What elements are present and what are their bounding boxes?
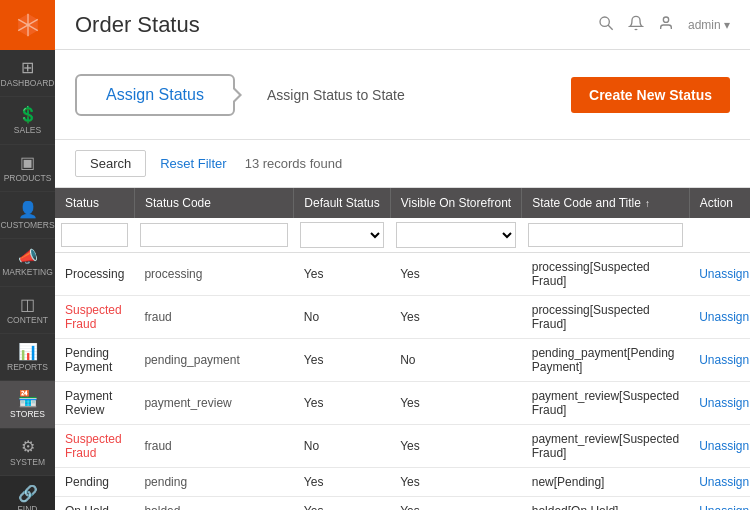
action-bar: Assign Status Assign Status to State Cre… bbox=[55, 50, 750, 140]
admin-link[interactable]: admin ▾ bbox=[688, 18, 730, 32]
order-status-table: Status Status Code Default Status Visibl… bbox=[55, 188, 750, 510]
col-state-code-title[interactable]: State Code and Title ↑ bbox=[522, 188, 689, 218]
filter-state-code-input[interactable] bbox=[528, 223, 683, 247]
filter-visible-storefront-cell: Yes No bbox=[390, 218, 522, 253]
cell-state-code-title: processing[Suspected Fraud] bbox=[522, 253, 689, 296]
assign-status-tooltip: Assign Status bbox=[75, 74, 235, 116]
bell-icon[interactable] bbox=[628, 15, 644, 35]
cell-action: Unassign bbox=[689, 339, 750, 382]
customers-icon: 👤 bbox=[18, 200, 38, 219]
cell-status-code: processing bbox=[134, 253, 293, 296]
col-action: Action bbox=[689, 188, 750, 218]
partners-icon: 🔗 bbox=[18, 484, 38, 503]
cell-visible-storefront: Yes bbox=[390, 296, 522, 339]
cell-status: Processing bbox=[55, 253, 134, 296]
stores-icon: 🏪 bbox=[18, 389, 38, 408]
sidebar-item-find-partners[interactable]: 🔗 FIND PARTNERS & EXTENSIONS bbox=[0, 476, 55, 510]
search-button[interactable]: Search bbox=[75, 150, 146, 177]
cell-default-status: No bbox=[294, 425, 390, 468]
cell-status-code: payment_review bbox=[134, 382, 293, 425]
sidebar-item-sales[interactable]: 💲 SALES bbox=[0, 97, 55, 144]
svg-point-0 bbox=[600, 17, 609, 26]
cell-status: Suspected Fraud bbox=[55, 296, 134, 339]
sort-arrow-icon: ↑ bbox=[645, 198, 650, 209]
cell-status-code: holded bbox=[134, 497, 293, 511]
sidebar-item-content[interactable]: ◫ CONTENT bbox=[0, 287, 55, 334]
cell-action: Unassign bbox=[689, 425, 750, 468]
assign-status-to-state-label: Assign Status to State bbox=[267, 87, 405, 103]
sidebar-item-label: STORES bbox=[10, 410, 45, 419]
sales-icon: 💲 bbox=[18, 105, 38, 124]
sidebar-item-system[interactable]: ⚙ SYSTEM bbox=[0, 429, 55, 476]
cell-action: Unassign bbox=[689, 296, 750, 339]
reports-icon: 📊 bbox=[18, 342, 38, 361]
create-new-status-button[interactable]: Create New Status bbox=[571, 77, 730, 113]
cell-state-code-title: payment_review[Suspected Fraud] bbox=[522, 425, 689, 468]
filter-status-code-cell bbox=[134, 218, 293, 253]
table-header-row: Status Status Code Default Status Visibl… bbox=[55, 188, 750, 218]
col-status: Status bbox=[55, 188, 134, 218]
cell-action: Unassign bbox=[689, 497, 750, 511]
sidebar-logo[interactable] bbox=[0, 0, 55, 50]
cell-default-status: Yes bbox=[294, 382, 390, 425]
filter-status-code-input[interactable] bbox=[140, 223, 287, 247]
filter-default-status-select[interactable]: Yes No bbox=[300, 222, 384, 248]
sidebar-item-dashboard[interactable]: ⊞ DASHBOARD bbox=[0, 50, 55, 97]
search-icon[interactable] bbox=[598, 15, 614, 35]
table-filter-row: Yes No Yes No bbox=[55, 218, 750, 253]
unassign-link[interactable]: Unassign bbox=[699, 267, 749, 281]
table-row: Suspected Fraud fraud No Yes payment_rev… bbox=[55, 425, 750, 468]
cell-visible-storefront: No bbox=[390, 339, 522, 382]
cell-visible-storefront: Yes bbox=[390, 468, 522, 497]
svg-line-1 bbox=[608, 25, 613, 30]
products-icon: ▣ bbox=[20, 153, 35, 172]
col-default-status: Default Status bbox=[294, 188, 390, 218]
cell-visible-storefront: Yes bbox=[390, 425, 522, 468]
dashboard-icon: ⊞ bbox=[21, 58, 34, 77]
toolbar: Search Reset Filter 13 records found bbox=[55, 140, 750, 188]
filter-status-input[interactable] bbox=[61, 223, 128, 247]
filter-status-cell bbox=[55, 218, 134, 253]
unassign-link[interactable]: Unassign bbox=[699, 310, 749, 324]
sidebar-item-customers[interactable]: 👤 CUSTOMERS bbox=[0, 192, 55, 239]
cell-status-code: fraud bbox=[134, 296, 293, 339]
cell-status: Pending bbox=[55, 468, 134, 497]
content-icon: ◫ bbox=[20, 295, 35, 314]
svg-point-2 bbox=[663, 17, 668, 22]
sidebar-item-stores[interactable]: 🏪 STORES bbox=[0, 381, 55, 428]
cell-action: Unassign bbox=[689, 253, 750, 296]
unassign-link[interactable]: Unassign bbox=[699, 439, 749, 453]
reset-filter-button[interactable]: Reset Filter bbox=[156, 151, 230, 176]
cell-default-status: Yes bbox=[294, 468, 390, 497]
sidebar-item-label: CONTENT bbox=[7, 316, 48, 325]
records-count: 13 records found bbox=[245, 156, 343, 171]
table-body: Processing processing Yes Yes processing… bbox=[55, 253, 750, 511]
cell-status: Suspected Fraud bbox=[55, 425, 134, 468]
cell-state-code-title: holded[On Hold] bbox=[522, 497, 689, 511]
unassign-link[interactable]: Unassign bbox=[699, 396, 749, 410]
sidebar-item-label: CUSTOMERS bbox=[0, 221, 54, 230]
sidebar-item-products[interactable]: ▣ PRODUCTS bbox=[0, 145, 55, 192]
sidebar-item-label: REPORTS bbox=[7, 363, 48, 372]
cell-state-code-title: pending_payment[Pending Payment] bbox=[522, 339, 689, 382]
sidebar-item-reports[interactable]: 📊 REPORTS bbox=[0, 334, 55, 381]
cell-state-code-title: new[Pending] bbox=[522, 468, 689, 497]
page-header: Order Status admin ▾ bbox=[55, 0, 750, 50]
cell-status-code: fraud bbox=[134, 425, 293, 468]
unassign-link[interactable]: Unassign bbox=[699, 475, 749, 489]
marketing-icon: 📣 bbox=[18, 247, 38, 266]
cell-default-status: Yes bbox=[294, 339, 390, 382]
filter-action-cell bbox=[689, 218, 750, 253]
filter-default-status-cell: Yes No bbox=[294, 218, 390, 253]
sidebar-item-label: PRODUCTS bbox=[4, 174, 52, 183]
unassign-link[interactable]: Unassign bbox=[699, 504, 749, 510]
table-row: Payment Review payment_review Yes Yes pa… bbox=[55, 382, 750, 425]
filter-visible-storefront-select[interactable]: Yes No bbox=[396, 222, 516, 248]
sidebar-item-label: SYSTEM bbox=[10, 458, 45, 467]
sidebar-item-marketing[interactable]: 📣 MARKETING bbox=[0, 239, 55, 286]
cell-status: Pending Payment bbox=[55, 339, 134, 382]
cell-visible-storefront: Yes bbox=[390, 253, 522, 296]
col-visible-storefront: Visible On Storefront bbox=[390, 188, 522, 218]
unassign-link[interactable]: Unassign bbox=[699, 353, 749, 367]
header-actions: admin ▾ bbox=[598, 15, 730, 35]
